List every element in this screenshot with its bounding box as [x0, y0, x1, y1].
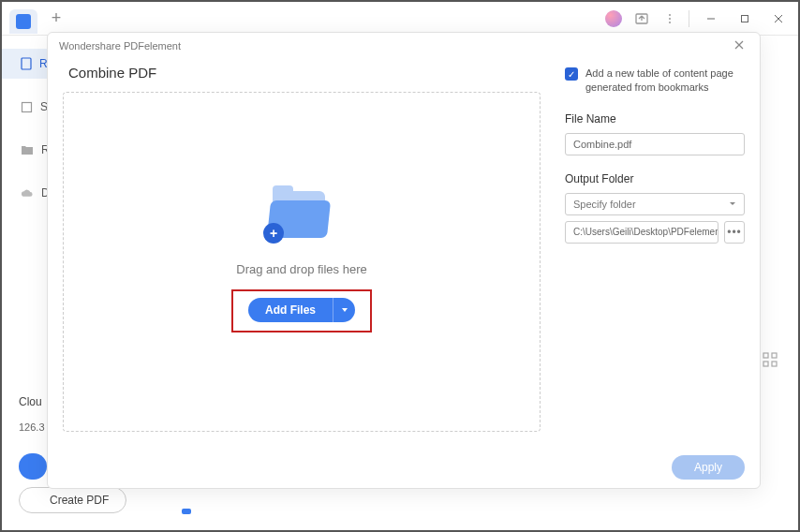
combine-pdf-modal: Wondershare PDFelement Combine PDF + Dra…	[47, 32, 761, 489]
create-pdf-button[interactable]: Create PDF	[19, 487, 126, 513]
svg-point-1	[669, 14, 671, 16]
folder-icon	[21, 143, 34, 156]
output-folder-label: Output Folder	[565, 172, 745, 185]
right-pane: ✓ Add a new table of content page genera…	[556, 55, 760, 447]
maximize-button[interactable]	[733, 7, 757, 31]
sidebar-item-recent[interactable]: R	[2, 49, 47, 79]
svg-rect-11	[772, 353, 777, 358]
app-tab[interactable]	[9, 9, 37, 34]
svg-rect-8	[22, 58, 31, 69]
sidebar-item-folder[interactable]: R	[2, 135, 47, 165]
file-name-input[interactable]	[565, 133, 745, 155]
output-folder-select[interactable]: Specify folder	[565, 193, 745, 215]
chevron-down-icon	[729, 199, 736, 210]
svg-point-2	[669, 18, 671, 20]
menu-dots-icon[interactable]	[660, 9, 679, 28]
svg-rect-13	[772, 362, 777, 366]
titlebar: +	[2, 2, 798, 36]
svg-point-3	[669, 22, 671, 23]
file-name-label: File Name	[565, 112, 745, 126]
divider	[689, 10, 689, 27]
folder-add-icon: +	[269, 191, 334, 242]
dropzone[interactable]: + Drag and drop files here Add Files	[63, 92, 541, 432]
svg-rect-10	[763, 353, 768, 358]
sidebar-item-cloud[interactable]: D	[2, 178, 47, 208]
modal-app-title: Wondershare PDFelement	[59, 40, 181, 52]
toc-checkbox-label: Add a new table of content page generate…	[585, 66, 745, 96]
star-icon	[21, 100, 33, 113]
document-icon	[21, 57, 32, 70]
dropzone-text: Drag and drop files here	[236, 262, 366, 276]
specify-folder-label: Specify folder	[573, 199, 636, 210]
close-button[interactable]	[766, 7, 791, 31]
toc-checkbox-row[interactable]: ✓ Add a new table of content page genera…	[565, 66, 745, 96]
modal-title: Combine PDF	[68, 65, 541, 81]
sidebar-item-starred[interactable]: S	[2, 92, 47, 122]
add-files-button[interactable]: Add Files	[248, 298, 355, 322]
modal-footer: Apply	[48, 447, 760, 488]
browse-folder-button[interactable]: •••	[724, 221, 745, 244]
share-icon[interactable]	[632, 9, 651, 28]
add-files-label: Add Files	[248, 298, 333, 322]
apply-button[interactable]: Apply	[672, 455, 745, 480]
cloud-usage-value: 126.3	[19, 421, 45, 433]
titlebar-right	[604, 7, 791, 31]
svg-rect-12	[763, 362, 768, 366]
app-logo-icon	[16, 14, 31, 29]
modal-body: Combine PDF + Drag and drop files here A…	[48, 55, 760, 447]
upgrade-button[interactable]	[19, 453, 47, 480]
modal-close-button[interactable]	[730, 37, 748, 55]
output-path-input[interactable]: C:\Users\Geili\Desktop\PDFelement\Co	[565, 221, 719, 244]
progress-indicator	[182, 509, 191, 514]
sidebar: R S R D	[2, 36, 47, 523]
new-tab-button[interactable]: +	[45, 7, 67, 30]
checkbox-checked-icon[interactable]: ✓	[565, 67, 578, 81]
profile-orb-icon[interactable]	[604, 9, 623, 28]
svg-rect-9	[22, 102, 32, 111]
modal-header: Wondershare PDFelement	[48, 33, 760, 55]
cloud-icon	[21, 186, 34, 200]
add-files-dropdown[interactable]	[333, 298, 355, 322]
left-pane: Combine PDF + Drag and drop files here A…	[48, 55, 556, 447]
svg-rect-5	[742, 15, 748, 22]
grid-view-icon[interactable]	[763, 352, 778, 367]
minimize-button[interactable]	[699, 7, 723, 31]
cloud-section-label: Clou	[19, 395, 42, 408]
highlight-annotation: Add Files	[231, 289, 372, 332]
